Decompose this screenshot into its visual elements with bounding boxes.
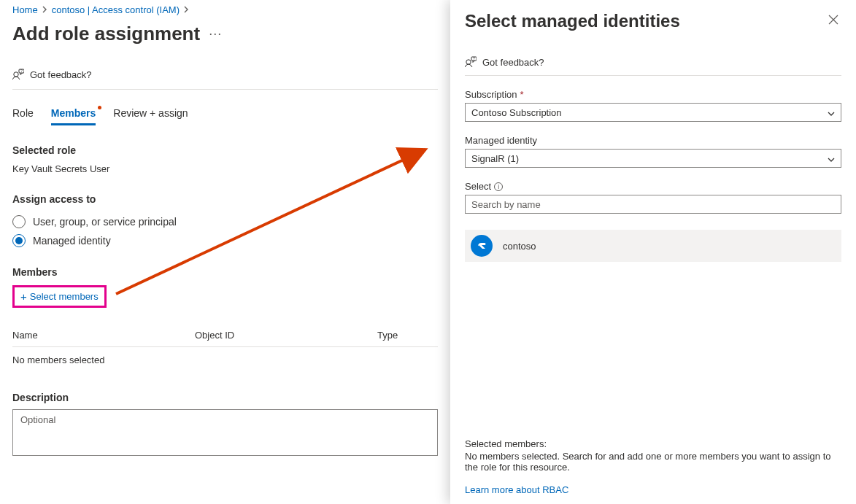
panel-footer: Selected members: No members selected. S… <box>465 438 841 495</box>
subscription-label: Subscription * <box>465 89 841 100</box>
col-name: Name <box>12 330 195 341</box>
svg-text:?: ? <box>20 69 23 73</box>
selected-members-text: No members selected. Search for and add … <box>465 451 841 473</box>
members-table-header: Name Object ID Type <box>12 330 438 347</box>
select-identities-panel: Select managed identities ? Got feedback… <box>450 0 856 504</box>
identity-result-item[interactable]: contoso <box>465 230 841 262</box>
signalr-icon <box>471 235 493 257</box>
panel-feedback-label: Got feedback? <box>482 57 544 68</box>
selected-role-label: Selected role <box>12 144 438 156</box>
members-empty: No members selected <box>12 347 438 373</box>
tab-members-label: Members <box>51 107 96 119</box>
identity-search-input[interactable] <box>465 195 841 214</box>
subscription-select[interactable]: Contoso Subscription <box>465 103 841 122</box>
members-label: Members <box>12 266 438 278</box>
breadcrumb-home[interactable]: Home <box>12 4 38 15</box>
description-label: Description <box>12 392 438 403</box>
feedback-link[interactable]: ? Got feedback? <box>12 69 438 90</box>
chevron-right-icon <box>42 6 47 15</box>
panel-feedback-link[interactable]: ? Got feedback? <box>465 56 841 76</box>
tab-role[interactable]: Role <box>12 107 34 125</box>
tab-alert-dot-icon <box>98 106 101 109</box>
svg-point-0 <box>14 72 18 77</box>
chevron-right-icon <box>184 6 189 15</box>
svg-point-4 <box>466 60 471 64</box>
feedback-label: Got feedback? <box>30 69 92 80</box>
subscription-label-text: Subscription <box>465 89 517 100</box>
chevron-down-icon <box>828 109 835 116</box>
radio-managed-identity-label: Managed identity <box>33 235 111 247</box>
feedback-icon: ? <box>12 69 24 80</box>
close-icon <box>828 13 838 28</box>
plus-icon: + <box>20 290 27 303</box>
radio-user-group[interactable]: User, group, or service principal <box>12 215 438 228</box>
radio-icon <box>12 234 26 247</box>
subscription-value: Contoso Subscription <box>471 107 562 118</box>
breadcrumb: Home contoso | Access control (IAM) <box>12 4 438 15</box>
breadcrumb-item[interactable]: contoso | Access control (IAM) <box>52 4 180 15</box>
assign-access-label: Assign access to <box>12 193 438 205</box>
panel-title: Select managed identities <box>465 11 680 31</box>
radio-managed-identity[interactable]: Managed identity <box>12 234 438 247</box>
feedback-icon: ? <box>465 56 477 68</box>
info-icon[interactable]: i <box>494 182 503 191</box>
tab-review[interactable]: Review + assign <box>113 107 188 125</box>
col-objectid: Object ID <box>195 330 377 341</box>
learn-more-link[interactable]: Learn more about RBAC <box>465 484 841 495</box>
selected-role-value: Key Vault Secrets User <box>12 163 438 174</box>
required-asterisk-icon: * <box>520 89 524 100</box>
select-label: Select i <box>465 181 841 192</box>
managed-identity-label: Managed identity <box>465 135 841 146</box>
page-title: Add role assignment <box>12 23 200 45</box>
select-members-button[interactable]: + Select members <box>12 285 107 308</box>
select-members-label: Select members <box>30 291 99 302</box>
managed-identity-select[interactable]: SignalR (1) <box>465 149 841 168</box>
tab-members[interactable]: Members <box>51 107 96 125</box>
select-label-text: Select <box>465 181 491 192</box>
svg-text:?: ? <box>473 56 475 61</box>
tabs: Role Members Review + assign <box>12 107 438 125</box>
managed-identity-value: SignalR (1) <box>471 153 519 164</box>
managed-identity-label-text: Managed identity <box>465 135 537 146</box>
selected-members-label: Selected members: <box>465 438 841 449</box>
identity-result-name: contoso <box>503 241 536 252</box>
more-menu-icon[interactable]: ··· <box>209 26 222 42</box>
chevron-down-icon <box>828 155 835 162</box>
radio-icon <box>12 215 26 228</box>
col-type: Type <box>377 330 438 341</box>
close-button[interactable] <box>825 10 841 31</box>
radio-user-group-label: User, group, or service principal <box>33 216 177 228</box>
description-input[interactable] <box>12 409 438 456</box>
